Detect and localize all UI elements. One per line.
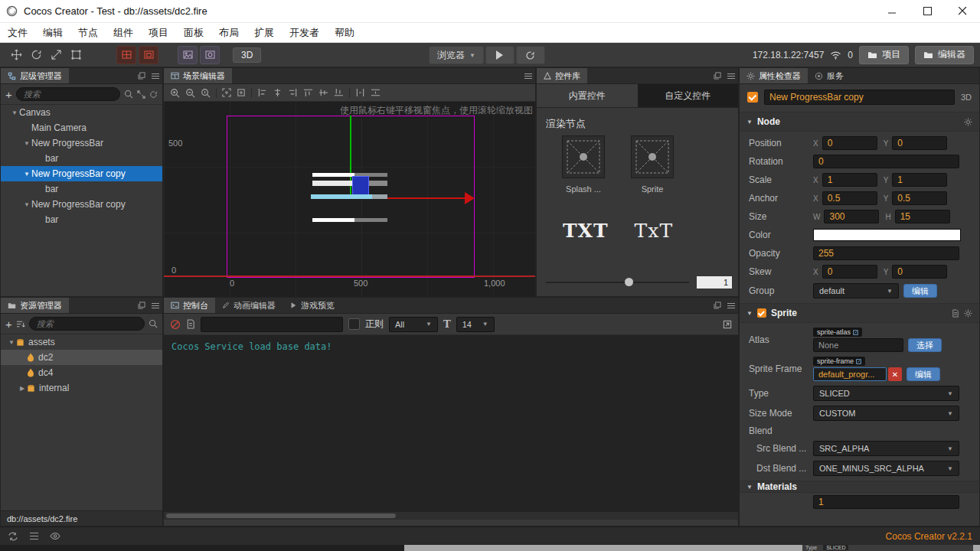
collapse-arrow-icon[interactable]: ▶ [18,385,27,392]
slider-value[interactable]: 1 [697,276,732,289]
expand-arrow-icon[interactable]: ▼ [7,339,16,346]
float-panel-icon[interactable] [710,298,724,313]
scale-x-input[interactable] [822,173,877,187]
selected-sprite-handle[interactable] [352,176,369,196]
widget-splash[interactable]: Splash ... [560,135,607,194]
panel-menu-icon[interactable] [521,68,535,83]
menu-file[interactable]: 文件 [0,23,35,42]
console-filter-input[interactable] [201,317,343,332]
open-log-window-icon[interactable] [723,320,732,329]
menu-edit[interactable]: 编辑 [35,23,70,42]
align-middle-horizontal-icon[interactable] [318,88,328,97]
menu-extension[interactable]: 扩展 [247,23,282,42]
menu-layout[interactable]: 布局 [211,23,247,42]
tab-widget-library[interactable]: 控件库 [537,68,587,83]
create-asset-button[interactable]: + [5,318,12,330]
type-dropdown[interactable]: SLICED▼ [813,386,959,401]
align-right-icon[interactable] [288,88,298,97]
size-mode-dropdown[interactable]: CUSTOM▼ [813,406,959,421]
align-top-icon[interactable] [303,88,313,97]
tab-assets[interactable]: 资源管理器 [1,298,69,313]
color-swatch[interactable] [813,229,961,241]
widget-sprite[interactable]: Sprite [629,135,676,194]
tab-custom-widgets[interactable]: 自定义控件 [638,84,739,107]
collapse-log-icon[interactable] [186,319,195,329]
expand-arrow-icon[interactable]: ▼ [22,201,31,208]
sprite-atlas-badge[interactable]: sprite-atlas [813,328,862,337]
group-dropdown[interactable]: default▼ [813,283,899,298]
red-tool-icon-1[interactable] [116,46,136,64]
anchor-y-input[interactable] [892,191,947,205]
collapse-section-icon[interactable]: ▼ [746,310,753,317]
scale-y-input[interactable] [892,173,947,187]
menu-panel[interactable]: 面板 [176,23,211,42]
open-editor-button[interactable]: 编辑器 [915,46,974,64]
sprite-frame-edit-button[interactable]: 编辑 [906,367,940,381]
tab-scene[interactable]: 场景编辑器 [164,68,232,83]
sprite-frame-badge[interactable]: sprite-frame [813,357,865,366]
tree-node-bar[interactable]: bar [1,212,162,227]
slider-track[interactable] [546,282,689,283]
align-bottom-icon[interactable] [334,88,344,97]
anchor-x-input[interactable] [822,191,877,205]
expand-arrow-icon[interactable]: ▼ [22,140,31,147]
float-panel-icon[interactable] [710,68,724,83]
frame-all-icon[interactable] [237,88,246,97]
tree-node-canvas[interactable]: ▼Canvas [1,105,162,120]
rotate-tool-icon[interactable] [26,47,46,64]
position-y-input[interactable] [892,136,947,150]
expand-arrow-icon[interactable]: ▼ [10,109,19,116]
position-x-input[interactable] [822,136,877,150]
panel-menu-icon[interactable] [149,298,162,313]
size-h-input[interactable] [895,210,950,223]
sync-icon[interactable] [8,532,18,541]
regex-checkbox[interactable] [348,318,360,330]
rotation-input[interactable] [813,155,959,168]
sprite-settings-gear-icon[interactable] [964,309,972,318]
tab-inspector[interactable]: 属性检查器 [740,68,808,83]
panel-menu-icon[interactable] [724,298,738,313]
hierarchy-search-input[interactable] [16,87,120,101]
sort-icon[interactable] [16,320,25,328]
tree-node-progressbar-copy-selected[interactable]: ▼New ProgressBar copy [1,166,162,181]
sprite-docs-icon[interactable] [952,309,959,318]
open-project-button[interactable]: 项目 [859,46,909,64]
tab-builtin-widgets[interactable]: 内置控件 [537,84,638,107]
font-size-dropdown[interactable]: 14▼ [456,317,495,332]
node-active-checkbox[interactable] [747,92,758,103]
zoom-in-icon[interactable] [170,88,180,98]
tree-node-bar[interactable]: bar [1,151,162,166]
zoom-reset-icon[interactable] [201,88,211,98]
tab-hierarchy[interactable]: 层级管理器 [1,68,69,83]
src-blend-dropdown[interactable]: SRC_ALPHA▼ [813,441,959,456]
frame-selection-icon[interactable] [222,88,231,97]
float-panel-icon[interactable] [135,298,149,313]
node-settings-gear-icon[interactable] [964,118,972,126]
image-tool-icon-2[interactable] [200,46,220,64]
widget-richtext[interactable]: TxT [635,220,673,242]
widget-label[interactable]: TXT [563,220,609,242]
zoom-out-icon[interactable] [185,88,195,98]
skew-x-input[interactable] [822,265,877,279]
create-node-button[interactable]: + [5,89,12,100]
group-edit-button[interactable]: 编辑 [903,284,937,298]
opacity-input[interactable] [813,246,959,260]
panel-menu-icon[interactable] [149,68,162,83]
tab-animation-editor[interactable]: 动画编辑器 [215,298,283,313]
dst-blend-dropdown[interactable]: ONE_MINUS_SRC_ALPHA▼ [813,461,959,476]
size-w-input[interactable] [824,210,879,223]
asset-file-dc4[interactable]: dc4 [1,365,162,380]
materials-size-input[interactable] [813,495,959,509]
3d-mode-button[interactable]: 3D [233,47,261,63]
collapse-section-icon[interactable]: ▼ [746,484,753,491]
atlas-value-field[interactable]: None [813,338,903,352]
menu-component[interactable]: 组件 [106,23,141,42]
panel-menu-icon[interactable] [724,68,738,83]
menu-help[interactable]: 帮助 [327,23,362,42]
move-tool-icon[interactable] [6,47,26,64]
eye-icon[interactable] [50,532,60,540]
tree-node-progressbar-copy2[interactable]: ▼New ProgressBar copy [1,197,162,212]
collapse-section-icon[interactable]: ▼ [746,119,753,126]
float-panel-icon[interactable] [135,68,149,83]
tab-service[interactable]: 服务 [808,68,851,83]
